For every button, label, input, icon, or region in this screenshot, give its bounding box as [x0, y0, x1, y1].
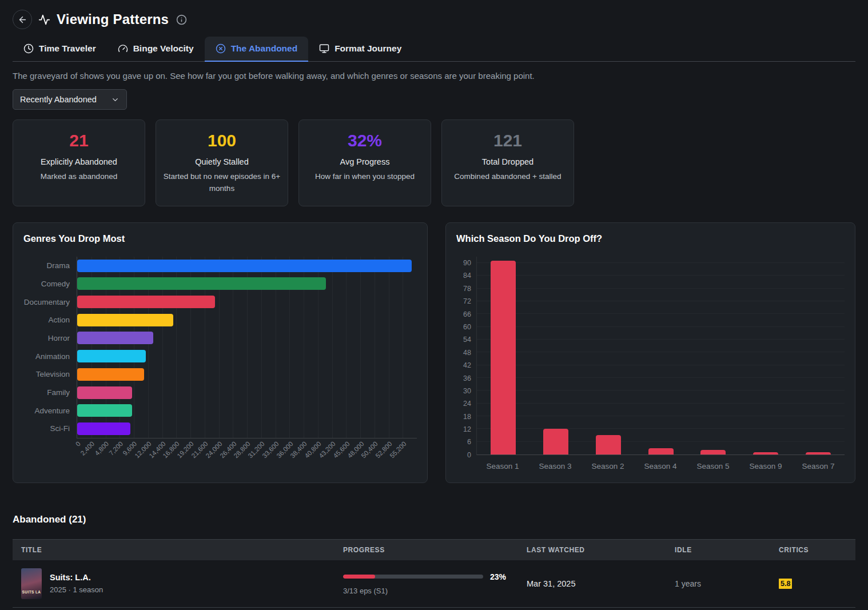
genres-chart-panel: Genres You Drop Most DramaComedyDocument…	[13, 222, 428, 483]
stat-card: 121Total DroppedCombined abandoned + sta…	[441, 119, 574, 206]
season-bar	[753, 452, 778, 454]
genres-bar-chart: DramaComedyDocumentaryActionHorrorAnimat…	[23, 257, 417, 474]
genre-bar-row	[77, 293, 417, 311]
season-bar-column	[792, 257, 845, 454]
page-header: Viewing Patterns	[13, 8, 855, 31]
season-bar	[491, 261, 516, 454]
tab-time-traveler[interactable]: Time Traveler	[13, 37, 107, 62]
stat-sublabel: Combined abandoned + stalled	[449, 171, 567, 183]
genre-bar-row	[77, 329, 417, 348]
progress-percent: 23%	[490, 572, 506, 581]
genre-bar-row	[77, 347, 417, 365]
tab-format-journey[interactable]: Format Journey	[308, 37, 412, 62]
genre-label: Television	[23, 365, 77, 384]
critics-cell: 5.8	[779, 578, 855, 589]
stat-card: 100Quietly StalledStarted but no new epi…	[156, 119, 288, 206]
x-tick-label: 7,200	[107, 440, 124, 457]
y-tick-label: 72	[463, 297, 471, 305]
genre-label: Sci-Fi	[23, 420, 77, 438]
genre-label: Action	[23, 311, 77, 329]
genre-bar	[77, 422, 130, 435]
info-icon[interactable]	[176, 14, 187, 25]
stat-value: 121	[449, 131, 567, 150]
genre-bar	[77, 260, 412, 272]
page-title: Viewing Patterns	[57, 11, 169, 27]
x-tick-label: 4,800	[93, 440, 110, 457]
y-tick-label: 18	[463, 413, 471, 421]
genres-bars	[77, 257, 417, 438]
y-tick-label: 12	[463, 425, 471, 433]
genre-label: Horror	[23, 329, 77, 348]
season-bars	[477, 257, 845, 454]
genres-chart-body: DramaComedyDocumentaryActionHorrorAnimat…	[23, 257, 417, 438]
progress-detail: 3/13 eps (S1)	[343, 587, 527, 595]
y-tick-label: 84	[463, 272, 471, 280]
genre-label: Drama	[23, 257, 77, 275]
stat-value: 100	[163, 131, 281, 150]
column-header-critics: CRITICS	[779, 546, 855, 554]
x-tick-label: 0	[74, 440, 81, 448]
x-tick-label: Season 9	[739, 462, 792, 471]
genre-label: Animation	[23, 347, 77, 365]
stat-value: 21	[20, 131, 138, 150]
y-tick-label: 36	[463, 374, 471, 382]
genre-bar-row	[77, 420, 417, 438]
genre-bar-row	[77, 401, 417, 420]
genre-bar	[77, 368, 144, 381]
genres-plot-area	[77, 257, 417, 438]
y-tick-label: 42	[463, 361, 471, 369]
genre-bar-row	[77, 365, 417, 384]
season-bar	[596, 435, 621, 454]
critics-score-badge: 5.8	[779, 579, 792, 589]
stat-sublabel: Marked as abandoned	[20, 171, 138, 183]
genre-bar	[77, 296, 215, 308]
table-row[interactable]: SUITS LASuits: L.A.2025 · 1 season23%3/1…	[13, 560, 855, 608]
charts-row: Genres You Drop Most DramaComedyDocument…	[13, 222, 855, 483]
tab-binge-velocity[interactable]: Binge Velocity	[107, 37, 205, 62]
y-tick-label: 0	[467, 451, 471, 459]
y-tick-label: 78	[463, 285, 471, 293]
genre-label: Family	[23, 384, 77, 402]
column-header-last-watched: LAST WATCHED	[527, 546, 675, 554]
table-header-row: TITLEPROGRESSLAST WATCHEDIDLECRITICS	[13, 539, 855, 560]
genres-axis-labels: DramaComedyDocumentaryActionHorrorAnimat…	[23, 257, 77, 438]
x-tick-label: Season 5	[687, 462, 739, 471]
tab-label: Binge Velocity	[133, 43, 194, 54]
genres-chart-title: Genres You Drop Most	[23, 233, 417, 244]
y-tick-label: 48	[463, 349, 471, 357]
y-tick-label: 24	[463, 400, 471, 408]
season-bar-column	[739, 257, 792, 454]
season-bar-column	[529, 257, 582, 454]
x-tick-label: 2,400	[79, 440, 95, 457]
y-tick-label: 66	[463, 310, 471, 318]
genre-bar	[77, 314, 173, 326]
genres-x-axis: 02,4004,8007,2009,60012,00014,40016,8001…	[77, 438, 417, 474]
stat-value: 32%	[306, 131, 424, 150]
show-subtitle: 2025 · 1 season	[50, 585, 103, 594]
x-tick-label: Season 2	[582, 462, 634, 471]
chevron-down-icon	[111, 95, 120, 104]
sort-dropdown[interactable]: Recently Abandoned	[13, 89, 127, 110]
genre-bar	[77, 404, 132, 417]
stat-label: Avg Progress	[306, 157, 424, 166]
stat-card: 32%Avg ProgressHow far in when you stopp…	[298, 119, 431, 206]
season-bar	[648, 448, 674, 454]
x-tick-label: Season 4	[634, 462, 687, 471]
y-tick-label: 60	[463, 323, 471, 331]
page-description: The graveyard of shows you gave up on. S…	[13, 71, 855, 81]
tab-the-abandoned[interactable]: The Abandoned	[205, 37, 309, 62]
genre-bar	[77, 332, 153, 344]
title-cell: SUITS LASuits: L.A.2025 · 1 season	[21, 568, 343, 599]
y-tick-label: 90	[463, 259, 471, 267]
season-plot-area	[476, 257, 845, 455]
progress-cell: 23%3/13 eps (S1)	[343, 572, 527, 595]
genre-bar-row	[77, 257, 417, 275]
back-button[interactable]	[13, 10, 32, 29]
column-header-progress: PROGRESS	[343, 546, 527, 554]
season-x-axis: Season 1Season 3Season 2Season 4Season 5…	[476, 462, 845, 471]
stat-label: Quietly Stalled	[163, 157, 281, 166]
genre-bar	[77, 277, 326, 290]
progress-bar-row: 23%	[343, 572, 527, 581]
table-body: SUITS LASuits: L.A.2025 · 1 season23%3/1…	[13, 560, 855, 608]
stat-card: 21Explicitly AbandonedMarked as abandone…	[13, 119, 145, 206]
